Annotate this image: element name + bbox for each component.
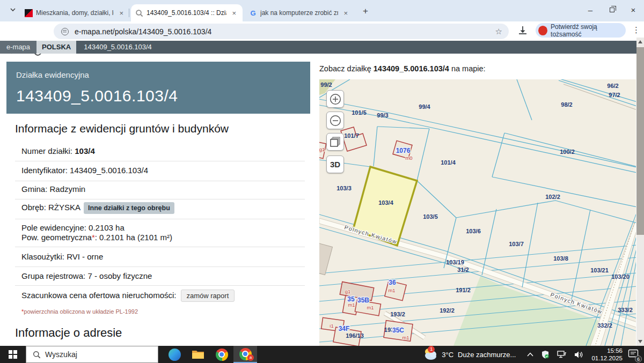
clock-time: 15:56 [591,347,623,354]
order-report-button[interactable]: zamów raport [181,290,235,302]
building-label: m1 [388,287,395,293]
downloads-icon[interactable] [517,25,528,36]
tray-expand-button[interactable] [527,352,533,357]
scrollbar-thumb[interactable] [636,47,644,235]
taskbar-explorer-button[interactable] [186,346,210,363]
tab-search-chevron-icon[interactable] [10,6,16,13]
kebab-menu-icon[interactable]: ⋮ [632,25,640,35]
profile-avatar-icon [538,26,547,35]
parcel-label: 103/19 [446,259,464,265]
parcel-type-label: Działka ewidencyjna [16,70,310,79]
tray-network-button[interactable] [557,351,567,358]
notification-center-button[interactable]: 6 [628,349,639,360]
row-gmina: Gmina: Radzymin [21,184,85,194]
parcel-label: 31/2 [457,266,469,273]
bookmark-star-icon[interactable]: ☆ [495,27,502,36]
other-parcels-button[interactable]: Inne działki z tego obrębu [84,202,174,214]
building-label: m1 [367,305,374,310]
address-label: 34F [339,325,350,332]
scroll-down-arrow-icon[interactable] [638,340,642,343]
taskbar-chrome-active-button[interactable]: a [233,346,257,363]
notification-count-badge: 6 [635,355,642,362]
map-canvas[interactable]: 99/296/297/299/498/2101/599/3101/7100/21… [319,79,636,346]
parcel-label: 103/4 [378,199,393,206]
divider [15,285,305,286]
google-favicon-icon: G [249,9,257,17]
parcel-label: 103/8 [553,255,568,262]
parcel-label: 99/2 [320,82,332,88]
parcel-label: 98/2 [561,101,572,108]
tray-defender-button[interactable] [541,350,550,359]
identity-confirm-chip[interactable]: Potwierdź swoją tożsamość [536,23,626,38]
new-tab-button[interactable]: + [363,6,368,17]
row-obreb: Obręb: RŻYSKAInne działki z tego obrębu [21,202,174,214]
parcel-label: 103/21 [590,267,609,273]
parcel-label: 97/2 [609,92,620,98]
parcel-id-title: 143409_5.0016.103/4 [16,87,310,105]
url-text[interactable]: e-mapa.net/polska/143409_5.0016.103/4 [75,27,495,36]
tab-close-icon[interactable]: × [117,9,126,17]
parcel-label: 99/4 [419,103,430,110]
scroll-up-arrow-icon[interactable] [638,40,642,43]
window-close-button[interactable]: × [623,0,644,19]
taskbar-search-box[interactable]: Wyszukaj [26,346,158,363]
row-grupa-rejestrowa: Grupa rejestrowa: 7 - osoby fizyczne [21,271,152,280]
parcel-label: 101/5 [352,109,367,116]
tab-emapa-active[interactable]: 143409_5.0016.103/4 :: Działka × [131,4,243,21]
file-explorer-icon [192,349,204,360]
address-label: 1076 [396,147,411,154]
otodom-favicon-icon [25,9,33,17]
address-label: 35C [392,327,404,334]
restore-icon [610,8,614,12]
zoom-in-icon [330,93,341,105]
row-pole-ewidencyjne: Pole ewidencyjne: 0.2103 ha [21,223,125,232]
divider [15,199,305,199]
parcel-label: 103/6 [466,228,481,234]
defender-shield-icon [541,350,550,359]
url-bar[interactable]: e-mapa.net/polska/143409_5.0016.103/4 ☆ [54,24,509,39]
building-label: g1 [345,288,351,294]
speaker-icon [574,351,583,359]
weather-temperature[interactable]: 3°C [442,351,453,359]
tab-title: jak na komputerze zrobić zrzut [260,9,338,17]
system-tray: 1 3°C Duże zachmurze... [423,347,644,362]
site-info-icon[interactable] [61,28,69,35]
layers-button[interactable] [326,133,344,151]
tab-close-icon[interactable]: × [230,9,238,17]
window-restore-button[interactable] [601,0,623,19]
window-minimize-button[interactable]: – [580,0,601,19]
building-label: m1 [402,335,409,340]
region-tab-polska[interactable]: POLSKA [36,41,76,54]
page-scrollbar[interactable] [636,38,644,346]
address-label: 36 [389,279,396,286]
weather-description[interactable]: Duże zachmurze... [458,351,516,359]
tab-otodom[interactable]: Mieszkania, domy, działki, lokal × [20,4,130,21]
parcel-label: 193/2 [390,311,405,317]
tab-google-search[interactable]: G jak na komputerze zrobić zrzut × [245,4,354,21]
taskbar-clock[interactable]: 15:56 01.12.2025 [591,347,623,362]
breadcrumb: 143409_5.0016.103/4 [76,41,152,54]
magnifier-favicon-icon [135,9,143,17]
tab-close-icon[interactable]: × [341,9,350,17]
zoom-out-button[interactable] [326,112,344,129]
map-3d-button[interactable]: 3D [326,155,344,173]
parcel-label: 102/2 [545,194,560,200]
taskbar-chrome-button[interactable] [210,346,233,363]
search-icon [33,351,41,359]
building-label: m0 [405,155,412,161]
footnote-pl1992: *powierzchnia obliczona w układzie PL-19… [21,308,138,315]
start-button[interactable] [0,346,26,363]
divider [15,181,305,181]
parcel-label: 96/2 [607,83,618,89]
layers-icon [329,136,342,149]
emapa-brand[interactable]: e-mapa [0,41,36,54]
tray-volume-button[interactable] [574,351,583,359]
zoom-in-button[interactable] [326,90,344,108]
taskbar-edge-button[interactable] [163,346,186,363]
parcel-label: 103/7 [509,241,524,247]
tab-separator [129,9,129,17]
cadastral-map[interactable]: 99/296/297/299/498/2101/599/3101/7100/21… [319,79,636,346]
weather-widget[interactable]: 1 [423,347,440,362]
divider [15,219,305,219]
row-numer-dzialki: Numer działki: 103/4 [21,146,95,155]
